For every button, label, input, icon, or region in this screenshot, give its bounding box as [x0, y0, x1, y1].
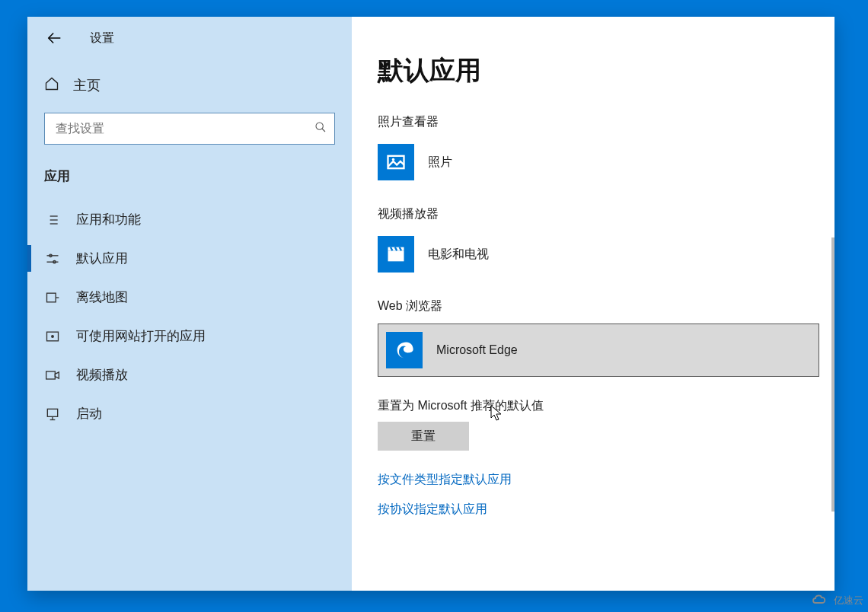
settings-window: 设置 主页 应用 应用和功能	[27, 17, 834, 591]
photos-app-icon	[378, 144, 414, 180]
svg-point-20	[52, 335, 54, 337]
page-title: 默认应用	[378, 53, 809, 88]
svg-rect-28	[388, 250, 404, 261]
search-box[interactable]	[44, 113, 335, 145]
app-name-label: 照片	[428, 155, 452, 171]
sidebar-item-label: 启动	[76, 405, 102, 422]
search-wrap	[27, 105, 352, 163]
group-photo-viewer: 照片查看器 照片	[378, 114, 809, 185]
svg-line-6	[322, 129, 325, 132]
edge-app-icon	[386, 332, 423, 368]
sidebar: 设置 主页 应用 应用和功能	[27, 17, 352, 591]
svg-rect-17	[47, 293, 56, 302]
home-icon	[44, 76, 59, 94]
window-title: 设置	[90, 30, 114, 46]
sidebar-item-default-apps[interactable]: 默认应用	[27, 239, 352, 278]
default-app-video-player[interactable]: 电影和电视	[378, 231, 809, 277]
back-button[interactable]	[44, 27, 65, 49]
sidebar-item-label: 视频播放	[76, 366, 128, 384]
app-name-label: Microsoft Edge	[436, 343, 518, 357]
open-external-icon	[44, 328, 61, 345]
reset-button[interactable]: 重置	[378, 422, 469, 451]
sidebar-item-apps-features[interactable]: 应用和功能	[27, 200, 352, 239]
link-by-file-type[interactable]: 按文件类型指定默认应用	[378, 472, 809, 488]
startup-icon	[44, 406, 61, 422]
sidebar-item-startup[interactable]: 启动	[27, 394, 352, 433]
group-label-video-player: 视频播放器	[378, 206, 809, 222]
titlebar-left: 设置	[27, 27, 352, 65]
default-app-photo-viewer[interactable]: 照片	[378, 139, 809, 185]
group-label-web-browser: Web 浏览器	[378, 298, 809, 314]
group-video-player: 视频播放器 电影和电视	[378, 206, 809, 277]
group-web-browser: Web 浏览器 Microsoft Edge	[378, 298, 809, 377]
search-input[interactable]	[56, 122, 314, 135]
svg-point-27	[392, 158, 395, 161]
sidebar-item-apps-for-websites[interactable]: 可使用网站打开的应用	[27, 317, 352, 355]
link-by-protocol[interactable]: 按协议指定默认应用	[378, 502, 809, 518]
sliders-icon	[44, 250, 61, 267]
home-nav[interactable]: 主页	[27, 65, 352, 105]
sidebar-item-label: 离线地图	[76, 288, 128, 306]
main-content: 默认应用 照片查看器 照片 视频播放器 电影和电视 Web 浏览器	[352, 17, 834, 591]
sidebar-item-label: 应用和功能	[76, 211, 141, 228]
app-name-label: 电影和电视	[428, 247, 489, 263]
sidebar-nav: 应用和功能 默认应用 离线地图 可使用网站打开的应用	[27, 200, 352, 433]
search-icon	[314, 121, 327, 136]
sidebar-item-offline-maps[interactable]: 离线地图	[27, 278, 352, 317]
svg-marker-22	[55, 371, 59, 378]
sidebar-item-label: 默认应用	[76, 250, 128, 267]
video-icon	[44, 367, 61, 384]
cloud-icon	[811, 593, 829, 607]
group-reset: 重置为 Microsoft 推荐的默认值 重置	[378, 398, 809, 451]
sidebar-item-video-playback[interactable]: 视频播放	[27, 355, 352, 394]
svg-rect-23	[47, 409, 57, 416]
sidebar-item-label: 可使用网站打开的应用	[76, 327, 206, 345]
sidebar-section-title: 应用	[27, 163, 352, 200]
svg-point-5	[316, 123, 323, 129]
movies-tv-app-icon	[378, 236, 414, 273]
scrollbar[interactable]	[831, 237, 834, 512]
watermark: 亿速云	[811, 593, 863, 607]
home-label: 主页	[73, 76, 101, 94]
list-icon	[44, 212, 61, 228]
watermark-text: 亿速云	[834, 594, 863, 607]
default-app-web-browser[interactable]: Microsoft Edge	[378, 324, 819, 377]
map-icon	[44, 289, 61, 306]
group-label-photo-viewer: 照片查看器	[378, 114, 809, 130]
reset-label: 重置为 Microsoft 推荐的默认值	[378, 398, 809, 414]
svg-rect-21	[46, 371, 56, 379]
